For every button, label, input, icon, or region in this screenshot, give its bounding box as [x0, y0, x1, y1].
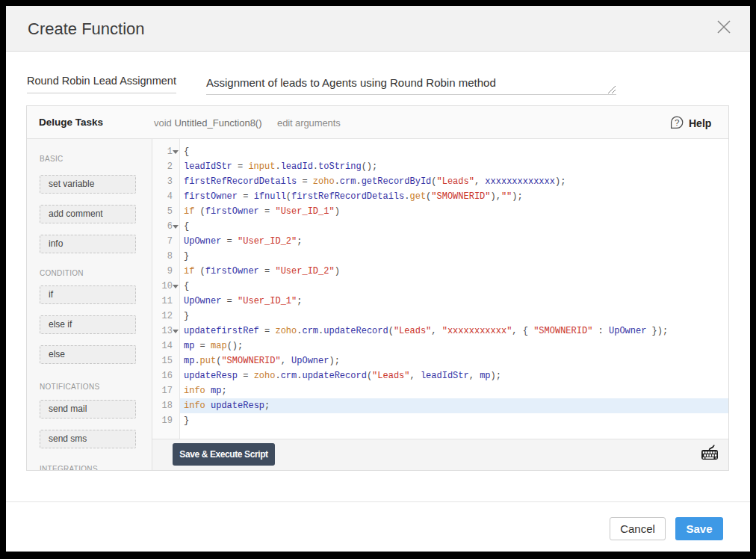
svg-text:?: ? — [675, 118, 679, 127]
